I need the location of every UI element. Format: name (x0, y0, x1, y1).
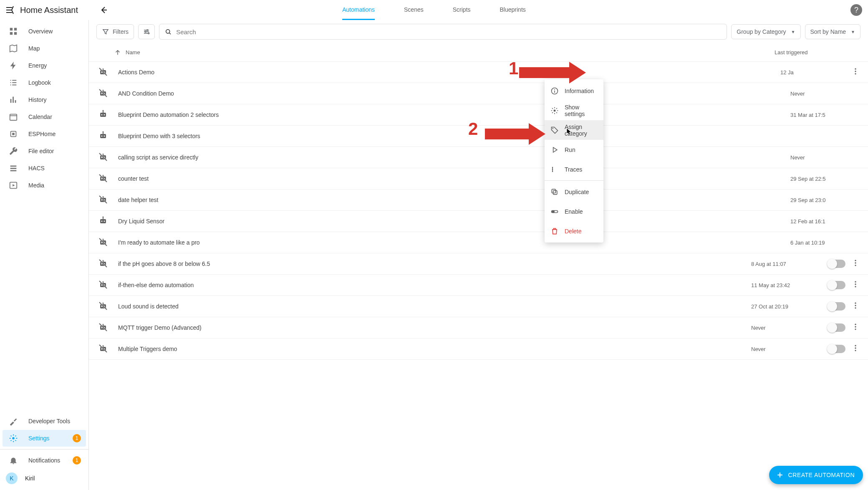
row-overflow-button[interactable] (851, 344, 861, 354)
sidebar-item-media[interactable]: Media (3, 177, 86, 194)
last-triggered: Never (790, 91, 861, 97)
enable-toggle[interactable] (828, 323, 845, 332)
sort-asc-icon[interactable] (114, 49, 121, 56)
tab-blueprints[interactable]: Blueprints (500, 0, 526, 20)
automation-name: Loud sound is detected (118, 303, 751, 310)
automation-row[interactable]: Multiple Triggers demoNever (89, 338, 868, 360)
toolbar: Filters Group by Category▼ Sort by Name▼ (89, 20, 868, 43)
row-overflow-button[interactable] (851, 323, 861, 333)
help-button[interactable]: ? (850, 4, 862, 16)
automation-name: Blueprint Demo automation 2 selectors (118, 111, 790, 118)
ctx-run[interactable]: Run (545, 140, 603, 159)
automation-row[interactable]: Loud sound is detected27 Oct at 20:19 (89, 296, 868, 317)
ctx-show-settings[interactable]: Show settings (545, 101, 603, 120)
robot-off-icon (98, 344, 109, 354)
last-triggered: 11 May at 23:42 (751, 282, 822, 288)
sidebar-item-settings[interactable]: Settings1 (3, 430, 86, 447)
automation-row[interactable]: counter test29 Sep at 22:5 (89, 168, 868, 189)
ctx-label: Assign category (565, 124, 598, 137)
automation-row[interactable]: MQTT trigger Demo (Advanced)Never (89, 317, 868, 338)
column-name[interactable]: Name (126, 49, 775, 56)
last-triggered: 27 Oct at 20:19 (751, 303, 822, 310)
last-triggered: 12 Feb at 16:1 (790, 218, 861, 225)
sidebar-item-calendar[interactable]: Calendar (3, 109, 86, 125)
ctx-information[interactable]: Information (545, 81, 603, 101)
row-overflow-button[interactable] (851, 67, 861, 77)
ctx-assign-category[interactable]: Assign category (545, 120, 603, 140)
sidebar-item-energy[interactable]: Energy (3, 57, 86, 74)
enable-toggle[interactable] (828, 302, 845, 311)
menu-button[interactable] (0, 0, 20, 20)
sidebar-item-label: File editor (28, 148, 54, 154)
context-menu: Information Show settings Assign categor… (545, 79, 603, 242)
robot-icon (98, 109, 109, 120)
ctx-duplicate[interactable]: Duplicate (545, 182, 603, 202)
automation-row[interactable]: Actions Demo12 Ja (89, 62, 868, 83)
enable-toggle[interactable] (828, 281, 845, 289)
automation-row[interactable]: AND Condition DemoNever (89, 83, 868, 104)
dashboard-icon (8, 26, 18, 36)
map-icon (8, 43, 18, 53)
sidebar-item-logbook[interactable]: Logbook (3, 74, 86, 91)
group-by-button[interactable]: Group by Category▼ (731, 24, 800, 39)
ctx-enable[interactable]: Enable (545, 202, 603, 221)
automation-row[interactable]: date helper test29 Sep at 23:0 (89, 189, 868, 211)
last-triggered: Never (790, 154, 861, 161)
sidebar-item-hacs[interactable]: HACS (3, 160, 86, 177)
last-triggered: 29 Sep at 23:0 (790, 197, 861, 203)
tab-scenes[interactable]: Scenes (404, 0, 424, 20)
sidebar-item-file-editor[interactable]: File editor (3, 143, 86, 159)
automation-row[interactable]: I'm ready to automate like a pro6 Jan at… (89, 232, 868, 253)
back-button[interactable] (94, 0, 114, 20)
sidebar-item-label: Notifications (28, 457, 60, 464)
sort-by-button[interactable]: Sort by Name▼ (805, 24, 861, 39)
automation-row[interactable]: if-then-else demo automation11 May at 23… (89, 275, 868, 296)
automation-name: if the pH goes above 8 or below 6.5 (118, 260, 751, 267)
sidebar-item-map[interactable]: Map (3, 40, 86, 57)
tab-scripts[interactable]: Scripts (453, 0, 471, 20)
sidebar-item-overview[interactable]: Overview (3, 23, 86, 40)
automation-name: counter test (118, 175, 790, 182)
row-overflow-button[interactable] (851, 301, 861, 311)
main-content: Filters Group by Category▼ Sort by Name▼… (89, 20, 868, 490)
sidebar-item-esphome[interactable]: ESPHome (3, 126, 86, 142)
help-icon: ? (854, 6, 858, 15)
automation-row[interactable]: calling script as service directlyNever (89, 147, 868, 168)
trash-icon (550, 227, 559, 235)
automation-row[interactable]: Blueprint Demo with 3 selectors (89, 126, 868, 147)
ctx-traces[interactable]: Traces (545, 159, 603, 179)
sidebar-item-notifications[interactable]: Notifications1 (3, 452, 86, 469)
ctx-delete[interactable]: Delete (545, 221, 603, 241)
badge: 1 (73, 456, 81, 465)
sidebar-item-history[interactable]: History (3, 91, 86, 108)
chevron-down-icon: ▼ (791, 30, 795, 34)
filters-button[interactable]: Filters (96, 24, 134, 39)
search-input[interactable] (176, 28, 722, 35)
sidebar-user[interactable]: KKiril (0, 469, 88, 487)
toggle-icon (550, 207, 559, 216)
fab-label: CREATE AUTOMATION (788, 472, 855, 478)
search-field[interactable] (159, 24, 727, 40)
tab-automations[interactable]: Automations (342, 0, 375, 20)
top-bar: Home Assistant Automations Scenes Script… (0, 0, 868, 20)
sidebar-item-label: Settings (28, 435, 50, 442)
sidebar-item-label: ESPHome (28, 131, 56, 137)
enable-toggle[interactable] (828, 345, 845, 353)
column-last-triggered[interactable]: Last triggered (775, 49, 858, 56)
row-overflow-button[interactable] (851, 280, 861, 290)
row-overflow-button[interactable] (851, 259, 861, 269)
gear-icon (8, 433, 18, 443)
play-icon (8, 180, 18, 190)
enable-toggle[interactable] (828, 260, 845, 268)
automation-row[interactable]: Blueprint Demo automation 2 selectors31 … (89, 104, 868, 126)
create-automation-button[interactable]: CREATE AUTOMATION (769, 466, 863, 484)
automation-row[interactable]: if the pH goes above 8 or below 6.58 Aug… (89, 253, 868, 275)
automation-row[interactable]: Dry Liquid Sensor12 Feb at 16:1 (89, 211, 868, 232)
app-title: Home Assistant (20, 5, 78, 15)
sidebar-item-developer-tools[interactable]: Developer Tools (3, 413, 86, 429)
tune-button[interactable] (138, 24, 155, 39)
robot-off-icon (98, 194, 109, 205)
automation-name: date helper test (118, 197, 790, 203)
list-header: Name Last triggered (89, 43, 868, 62)
filters-label: Filters (113, 28, 129, 35)
